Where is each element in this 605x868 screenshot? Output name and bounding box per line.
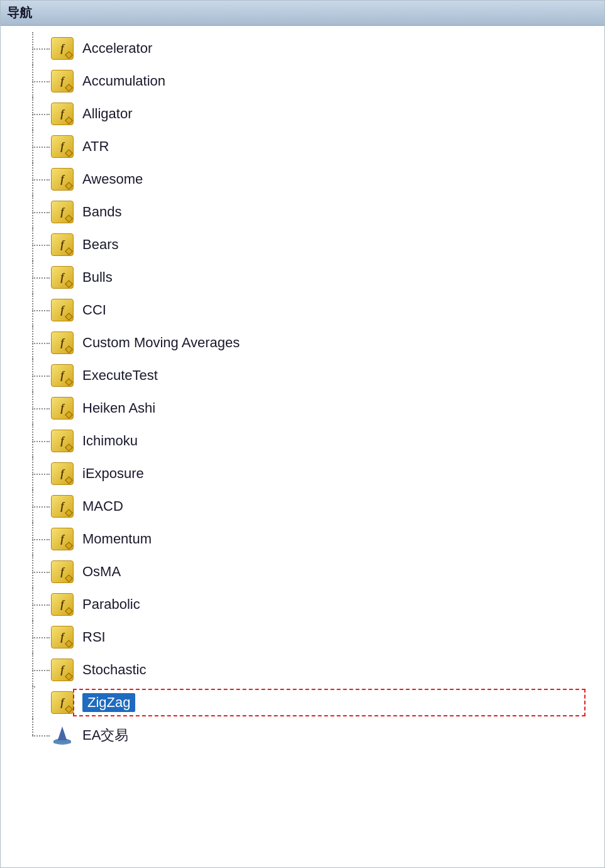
- func-icon: f: [51, 691, 74, 714]
- list-item[interactable]: f Heiken Ashi: [1, 392, 604, 425]
- item-label-zigzag: ZigZag: [82, 693, 135, 712]
- list-item[interactable]: f RSI: [1, 621, 604, 654]
- nav-title: 导航: [7, 6, 32, 19]
- diamond-icon: [65, 182, 73, 190]
- list-item[interactable]: f ExecuteTest: [1, 359, 604, 392]
- item-label: Stochastic: [82, 662, 147, 678]
- item-label: RSI: [82, 629, 106, 645]
- item-label: ATR: [82, 138, 109, 155]
- item-label: Bulls: [82, 269, 113, 286]
- f-letter: f: [60, 140, 64, 153]
- item-label: OsMA: [82, 564, 121, 580]
- func-icon: f: [51, 201, 74, 223]
- list-item[interactable]: f Bulls: [1, 261, 604, 294]
- item-label: Custom Moving Averages: [82, 335, 240, 351]
- f-letter: f: [60, 238, 64, 251]
- list-item-ea[interactable]: EA交易: [1, 719, 604, 752]
- list-item[interactable]: f Alligator: [1, 97, 604, 130]
- diamond-icon: [65, 149, 73, 157]
- f-letter: f: [60, 173, 64, 186]
- list-item[interactable]: f ATR: [1, 130, 604, 163]
- func-icon: f: [51, 560, 74, 583]
- func-icon: f: [51, 364, 74, 387]
- func-icon: f: [51, 37, 74, 60]
- diamond-icon: [65, 672, 73, 681]
- item-label: Heiken Ashi: [82, 400, 155, 416]
- diamond-icon: [65, 280, 73, 288]
- list-item[interactable]: f Accumulation: [1, 65, 604, 97]
- item-label: CCI: [82, 302, 106, 318]
- list-item[interactable]: f Custom Moving Averages: [1, 326, 604, 359]
- f-letter: f: [60, 631, 64, 643]
- f-letter: f: [60, 467, 64, 480]
- diamond-icon: [65, 116, 73, 125]
- f-letter: f: [60, 664, 64, 676]
- list-item-zigzag[interactable]: f ZigZag: [1, 686, 604, 719]
- f-letter: f: [60, 337, 64, 349]
- item-label: Momentum: [82, 531, 152, 547]
- func-icon: f: [51, 233, 74, 256]
- f-letter: f: [60, 435, 64, 447]
- f-letter: f: [60, 696, 64, 709]
- item-label: Alligator: [82, 106, 132, 122]
- list-item[interactable]: f MACD: [1, 490, 604, 523]
- list-item[interactable]: f Accelerator: [1, 32, 604, 65]
- f-letter: f: [60, 108, 64, 120]
- list-item[interactable]: f CCI: [1, 294, 604, 326]
- func-icon: f: [51, 299, 74, 321]
- f-letter: f: [60, 500, 64, 513]
- func-icon: f: [51, 331, 74, 354]
- list-item[interactable]: f Bands: [1, 196, 604, 228]
- diamond-icon: [65, 640, 73, 648]
- diamond-icon: [65, 542, 73, 550]
- f-letter: f: [60, 402, 64, 415]
- func-icon: f: [51, 397, 74, 420]
- func-icon: f: [51, 462, 74, 485]
- func-icon: f: [51, 266, 74, 289]
- item-label-ea: EA交易: [82, 726, 128, 745]
- f-letter: f: [60, 565, 64, 578]
- item-label: Bands: [82, 204, 121, 220]
- func-icon: f: [51, 103, 74, 125]
- f-letter: f: [60, 206, 64, 218]
- diamond-icon: [65, 411, 73, 419]
- tree-container: f Accelerator f Accumulation f Alligator: [1, 26, 604, 758]
- diamond-icon: [65, 378, 73, 386]
- item-label: ExecuteTest: [82, 367, 158, 384]
- list-item[interactable]: f Momentum: [1, 523, 604, 555]
- diamond-icon: [65, 84, 73, 92]
- list-item[interactable]: f iExposure: [1, 457, 604, 490]
- diamond-icon: [65, 443, 73, 452]
- item-label: MACD: [82, 498, 123, 515]
- diamond-icon: [65, 51, 73, 59]
- diamond-icon: [65, 705, 73, 713]
- list-item[interactable]: f Parabolic: [1, 588, 604, 621]
- list-item[interactable]: f Bears: [1, 228, 604, 261]
- list-item[interactable]: f Stochastic: [1, 654, 604, 686]
- item-label: Awesome: [82, 171, 143, 187]
- func-icon: f: [51, 528, 74, 550]
- diamond-icon: [65, 574, 73, 582]
- f-letter: f: [60, 75, 64, 87]
- f-letter: f: [60, 369, 64, 382]
- list-item[interactable]: f Awesome: [1, 163, 604, 196]
- item-label: Parabolic: [82, 596, 140, 613]
- func-icon: f: [51, 430, 74, 452]
- func-icon: f: [51, 593, 74, 616]
- f-letter: f: [60, 304, 64, 316]
- diamond-icon: [65, 345, 73, 353]
- f-letter: f: [60, 533, 64, 545]
- diamond-icon: [65, 476, 73, 484]
- item-label: iExposure: [82, 465, 144, 482]
- diamond-icon: [65, 509, 73, 517]
- svg-rect-2: [53, 740, 71, 743]
- list-item[interactable]: f Ichimoku: [1, 425, 604, 457]
- f-letter: f: [60, 42, 64, 55]
- f-letter: f: [60, 271, 64, 284]
- item-label: Accelerator: [82, 40, 152, 57]
- item-label: Accumulation: [82, 73, 165, 89]
- hat-icon: [51, 724, 74, 747]
- list-item[interactable]: f OsMA: [1, 555, 604, 588]
- func-icon: f: [51, 495, 74, 518]
- func-icon: f: [51, 70, 74, 92]
